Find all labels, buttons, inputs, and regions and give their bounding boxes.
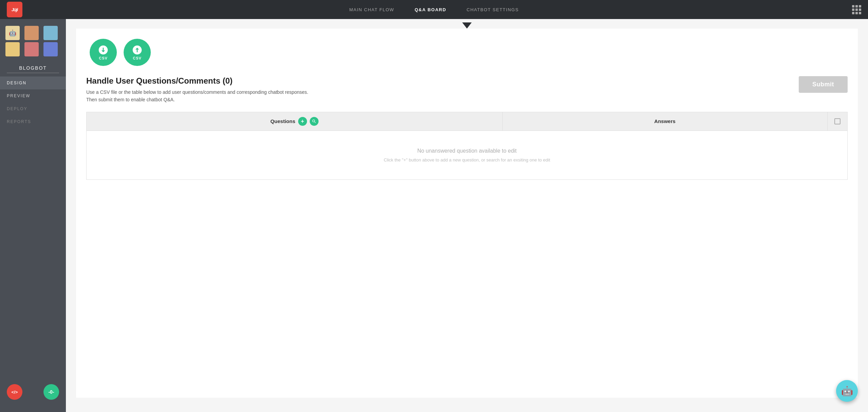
logo-area: Jüji xyxy=(7,2,22,17)
empty-state-row: No unanswered question available to edit… xyxy=(87,131,848,179)
sidebar-item-design[interactable]: DESIGN xyxy=(0,76,66,89)
content-inner: CSV CSV Handle User Questions/Comments (… xyxy=(76,29,858,398)
questions-header-inner: Questions + xyxy=(93,117,495,126)
nav-chatbot-settings[interactable]: CHATBOT SETTINGS xyxy=(467,6,519,14)
avatar-4 xyxy=(24,42,39,56)
sidebar: 🤖 BLOGBOT DESIGN PREVIEW DEPLOY REPORTS … xyxy=(0,19,66,412)
csv-download-button[interactable]: CSV xyxy=(90,39,117,66)
nav-qa-board-wrapper: Q&A BOARD xyxy=(415,6,446,13)
csv-buttons-row: CSV CSV xyxy=(86,39,848,66)
empty-sub-text: Click the "+" button above to add a new … xyxy=(93,157,840,162)
content-area: CSV CSV Handle User Questions/Comments (… xyxy=(66,19,868,412)
nav-qa-board[interactable]: Q&A BOARD xyxy=(415,6,446,14)
avatar-5 xyxy=(43,42,58,56)
bot-name: BLOGBOT xyxy=(7,62,59,73)
section-desc: Use a CSV file or the table below to add… xyxy=(86,88,317,104)
col-checkbox[interactable] xyxy=(828,112,848,131)
add-question-button[interactable]: + xyxy=(298,117,307,126)
section-text: Handle User Questions/Comments (0) Use a… xyxy=(86,76,317,104)
chatbot-widget[interactable]: 🤖 xyxy=(836,380,858,402)
nav-main-chat-flow[interactable]: MAIN CHAT FLOW xyxy=(349,6,394,14)
qa-arrow-indicator xyxy=(66,19,868,29)
empty-state-cell: No unanswered question available to edit… xyxy=(87,131,848,179)
empty-main-text: No unanswered question available to edit xyxy=(93,148,840,154)
col-answers: Answers xyxy=(502,112,827,131)
nav-active-arrow xyxy=(427,13,434,18)
col-questions: Questions + xyxy=(87,112,503,131)
search-question-button[interactable] xyxy=(310,117,319,126)
main-layout: 🤖 BLOGBOT DESIGN PREVIEW DEPLOY REPORTS … xyxy=(0,19,868,412)
csv-upload-label: CSV xyxy=(133,56,142,60)
app-logo[interactable]: Jüji xyxy=(7,2,22,17)
avatar-2 xyxy=(43,26,58,40)
csv-download-label: CSV xyxy=(99,56,108,60)
qa-down-arrow xyxy=(462,22,472,29)
avatar-grid: 🤖 xyxy=(0,19,66,62)
sidebar-item-preview[interactable]: PREVIEW xyxy=(0,89,66,102)
main-navigation: MAIN CHAT FLOW Q&A BOARD CHATBOT SETTING… xyxy=(349,6,519,14)
sidebar-item-deploy: DEPLOY xyxy=(0,102,66,115)
select-all-checkbox[interactable] xyxy=(834,118,840,124)
sidebar-bottom-buttons: </> -0- xyxy=(0,379,66,405)
avatar-1 xyxy=(24,26,39,40)
section-header: Handle User Questions/Comments (0) Use a… xyxy=(86,76,848,104)
avatar-3 xyxy=(5,42,20,56)
csv-upload-button[interactable]: CSV xyxy=(124,39,151,66)
sidebar-item-reports: REPORTS xyxy=(0,115,66,128)
top-navigation: Jüji MAIN CHAT FLOW Q&A BOARD CHATBOT SE… xyxy=(0,0,868,19)
section-title: Handle User Questions/Comments (0) xyxy=(86,76,317,86)
code-button[interactable]: </> xyxy=(7,384,22,400)
avatar-robot: 🤖 xyxy=(5,26,20,40)
submit-button[interactable]: Submit xyxy=(799,76,848,93)
qa-table: Questions + Answers xyxy=(86,112,848,180)
grid-menu-icon[interactable] xyxy=(852,5,861,14)
top-nav-right xyxy=(852,5,861,14)
zero-button[interactable]: -0- xyxy=(43,384,59,400)
